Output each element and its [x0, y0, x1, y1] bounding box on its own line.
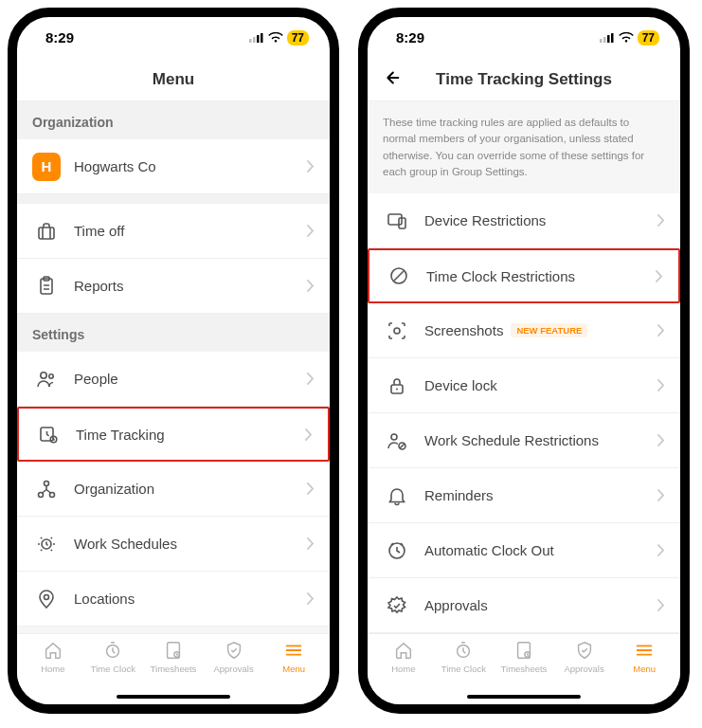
row-device-lock[interactable]: Device lock [368, 358, 680, 413]
row-reminders[interactable]: Reminders [368, 468, 680, 523]
device-restrictions-label: Device Restrictions [424, 212, 657, 228]
svg-rect-3 [261, 33, 263, 43]
new-feature-badge: NEW FEATURE [511, 323, 587, 337]
row-auto-clock-out[interactable]: Automatic Clock Out [368, 523, 680, 578]
row-device-restrictions[interactable]: Device Restrictions [368, 193, 680, 248]
tab-bar: Home Time Clock Timesheets Approvals Men… [368, 633, 680, 704]
status-bar: 8:29 77 [368, 17, 680, 58]
svg-rect-1 [253, 37, 256, 43]
chevron-right-icon [657, 489, 665, 501]
svg-rect-22 [611, 33, 614, 43]
svg-point-15 [45, 594, 49, 599]
svg-point-26 [394, 328, 400, 334]
status-time: 8:29 [45, 29, 74, 46]
people-label: People [74, 371, 307, 387]
time-tracking-icon [34, 420, 63, 448]
time-tracking-label: Time Tracking [76, 427, 305, 443]
approvals-label: Approvals [424, 597, 657, 613]
header-left: Menu [17, 58, 330, 101]
svg-point-29 [391, 434, 397, 440]
screenshots-label: ScreenshotsNEW FEATURE [424, 322, 657, 338]
svg-rect-17 [168, 643, 180, 659]
time-off-label: Time off [74, 223, 307, 239]
svg-point-7 [41, 372, 46, 377]
row-time-tracking[interactable]: Time Tracking [17, 407, 330, 462]
row-work-schedules[interactable]: Work Schedules [17, 517, 330, 572]
chevron-right-icon [657, 434, 665, 446]
row-people[interactable]: People [17, 352, 330, 407]
location-icon [32, 585, 61, 613]
svg-point-8 [49, 373, 53, 377]
work-schedules-label: Work Schedules [74, 536, 307, 552]
tab-bar: Home Time Clock Timesheets Approvals Men… [17, 633, 330, 704]
svg-rect-0 [249, 39, 252, 43]
reports-label: Reports [74, 278, 307, 294]
wifi-icon [268, 32, 283, 44]
svg-rect-21 [607, 35, 610, 43]
approvals-icon [383, 592, 411, 620]
tab-approvals[interactable]: Approvals [204, 640, 264, 674]
chevron-right-icon [305, 428, 313, 441]
people-restriction-icon [383, 427, 411, 455]
row-locations[interactable]: Locations [17, 572, 330, 627]
tab-timesheets[interactable]: Timesheets [494, 640, 554, 674]
svg-rect-34 [518, 643, 531, 659]
devices-icon [383, 207, 411, 235]
settings-content: These time tracking rules are applied as… [368, 101, 680, 633]
chevron-right-icon [657, 324, 665, 337]
time-clock-restrictions-label: Time Clock Restrictions [426, 268, 656, 284]
bell-icon [383, 482, 411, 510]
chevron-right-icon [307, 537, 315, 550]
cellular-icon [249, 32, 264, 43]
tab-time-clock[interactable]: Time Clock [83, 640, 144, 674]
chevron-right-icon [307, 160, 315, 173]
svg-rect-2 [257, 35, 260, 43]
reminders-label: Reminders [424, 487, 657, 503]
row-approvals[interactable]: Approvals [368, 578, 680, 633]
home-indicator [117, 695, 230, 699]
row-organization[interactable]: Organization [17, 462, 330, 517]
header-right: Time Tracking Settings [368, 58, 680, 101]
svg-point-28 [396, 388, 398, 390]
restriction-icon [385, 262, 413, 290]
chevron-right-icon [657, 599, 665, 611]
svg-point-11 [45, 481, 49, 485]
row-time-clock-restrictions[interactable]: Time Clock Restrictions [368, 248, 680, 303]
tab-time-clock[interactable]: Time Clock [434, 640, 495, 674]
tab-menu[interactable]: Menu [614, 640, 675, 674]
chevron-right-icon [307, 225, 315, 237]
chevron-right-icon [307, 373, 315, 385]
chevron-right-icon [307, 482, 315, 495]
row-work-schedule-restrictions[interactable]: Work Schedule Restrictions [368, 413, 680, 468]
tab-home[interactable]: Home [23, 640, 83, 674]
work-schedule-restrictions-label: Work Schedule Restrictions [424, 432, 657, 448]
tab-timesheets[interactable]: Timesheets [143, 640, 204, 674]
auto-clock-out-label: Automatic Clock Out [424, 542, 657, 558]
chevron-right-icon [307, 280, 315, 292]
screenshot-icon [383, 317, 411, 345]
page-title: Menu [153, 70, 194, 89]
back-button[interactable] [381, 67, 402, 92]
cellular-icon [600, 32, 615, 43]
page-title: Time Tracking Settings [436, 70, 612, 89]
row-time-off[interactable]: Time off [17, 204, 330, 259]
svg-rect-23 [388, 214, 402, 225]
menu-content: Organization H Hogwarts Co Time off Repo… [17, 101, 330, 633]
tab-home[interactable]: Home [373, 640, 434, 674]
chevron-right-icon [657, 214, 665, 227]
suitcase-icon [32, 217, 61, 246]
tab-approvals[interactable]: Approvals [554, 640, 615, 674]
row-screenshots[interactable]: ScreenshotsNEW FEATURE [368, 303, 680, 358]
organization-label: Organization [74, 481, 307, 497]
battery-indicator: 77 [287, 30, 309, 46]
org-avatar: H [32, 153, 61, 181]
row-reports[interactable]: Reports [17, 259, 330, 314]
svg-rect-20 [603, 37, 606, 43]
tab-menu[interactable]: Menu [263, 640, 324, 674]
row-org[interactable]: H Hogwarts Co [17, 139, 330, 194]
clipboard-icon [32, 272, 61, 300]
battery-indicator: 77 [638, 30, 659, 46]
home-indicator [467, 695, 581, 699]
work-schedules-icon [32, 530, 61, 558]
status-time: 8:29 [396, 29, 424, 46]
